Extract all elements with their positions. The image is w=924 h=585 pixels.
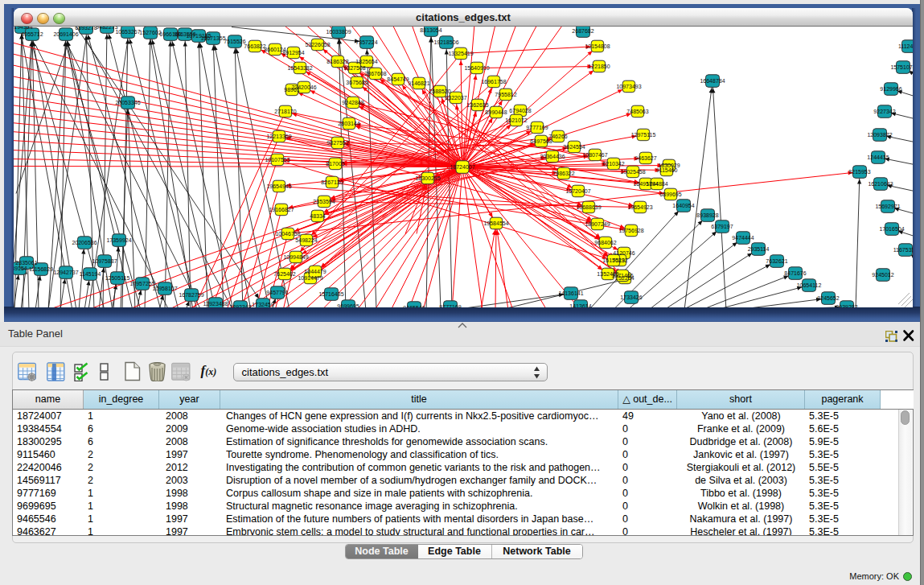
svg-text:9777169: 9777169 (526, 124, 548, 130)
svg-text:39154: 39154 (14, 265, 27, 270)
svg-text:6497568: 6497568 (530, 138, 552, 143)
svg-text:10154808: 10154808 (585, 43, 610, 48)
svg-text:3675685: 3675685 (346, 79, 368, 84)
svg-text:16033809: 16033809 (326, 28, 351, 34)
svg-text:8912954: 8912954 (282, 49, 304, 55)
svg-text:20053346: 20053346 (115, 99, 140, 105)
svg-text:16782759: 16782759 (179, 291, 203, 297)
svg-text:11156829: 11156829 (29, 266, 53, 271)
svg-text:6899695: 6899695 (659, 191, 681, 196)
svg-text:12942737: 12942737 (53, 269, 78, 274)
svg-text:18724007: 18724007 (450, 163, 474, 169)
svg-text:2803144: 2803144 (338, 120, 359, 126)
svg-text:10107553: 10107553 (265, 156, 290, 162)
svg-text:12923488: 12923488 (203, 300, 228, 306)
svg-text:2335061: 2335061 (15, 259, 37, 265)
svg-text:1145194: 1145194 (80, 270, 101, 276)
svg-text:1413614: 1413614 (569, 303, 591, 307)
svg-text:1352485: 1352485 (597, 270, 618, 276)
svg-text:2935114: 2935114 (748, 245, 770, 251)
svg-text:817005: 817005 (326, 160, 344, 166)
svg-text:15751074: 15751074 (890, 64, 913, 69)
svg-text:7357224: 7357224 (355, 39, 377, 44)
svg-text:6893278: 6893278 (75, 27, 97, 31)
svg-text:19166827: 19166827 (269, 206, 294, 212)
svg-text:16961758: 16961758 (481, 78, 506, 84)
svg-text:19584554: 19584554 (483, 220, 508, 225)
svg-text:2588520: 2588520 (429, 88, 450, 93)
svg-text:1292348: 1292348 (229, 303, 251, 307)
svg-text:8471676: 8471676 (784, 270, 806, 275)
svg-text:10973493: 10973493 (616, 83, 641, 89)
svg-text:4194304: 4194304 (14, 27, 33, 30)
svg-text:8813054: 8813054 (420, 27, 441, 32)
svg-text:10958107: 10958107 (152, 285, 177, 290)
svg-text:9146821: 9146821 (408, 80, 429, 85)
svg-text:1244415: 1244415 (867, 154, 889, 159)
svg-text:8454749: 8454749 (387, 76, 409, 81)
svg-text:7986322: 7986322 (552, 170, 574, 175)
svg-text:12093872: 12093872 (867, 131, 892, 137)
svg-text:9245652: 9245652 (817, 295, 839, 300)
svg-text:20206536: 20206536 (72, 239, 97, 245)
svg-text:14136141: 14136141 (558, 290, 583, 295)
svg-text:1844884: 1844884 (646, 180, 667, 186)
svg-text:10994849: 10994849 (283, 253, 308, 259)
svg-text:9827552: 9827552 (326, 139, 348, 145)
svg-text:9115460: 9115460 (656, 167, 678, 172)
svg-text:17957255: 17957255 (129, 280, 154, 286)
svg-text:1527602: 1527602 (139, 29, 161, 35)
svg-text:8938928: 8938928 (696, 212, 718, 217)
svg-text:48334: 48334 (310, 212, 326, 218)
svg-text:7485063: 7485063 (626, 108, 648, 113)
svg-text:7663822: 7663822 (244, 43, 265, 48)
svg-text:4055712: 4055712 (21, 31, 43, 36)
svg-text:1621072: 1621072 (505, 117, 527, 122)
svg-text:8939282: 8939282 (836, 303, 857, 307)
svg-text:7632621: 7632621 (766, 257, 787, 263)
svg-text:15640910: 15640910 (464, 64, 489, 70)
svg-text:10807467: 10807467 (582, 151, 607, 157)
svg-text:1362635: 1362635 (466, 101, 488, 107)
svg-text:8186328: 8186328 (326, 58, 348, 64)
svg-text:2353594: 2353594 (313, 198, 335, 204)
svg-text:9129966: 9129966 (880, 85, 901, 91)
svg-text:8990448: 8990448 (485, 109, 507, 114)
svg-text:16671355: 16671355 (200, 35, 225, 40)
svg-text:1112445: 1112445 (898, 43, 913, 48)
svg-text:6379197: 6379197 (711, 223, 733, 229)
svg-text:15692971: 15692971 (875, 203, 900, 208)
svg-text:8267130: 8267130 (321, 179, 343, 184)
svg-text:3624554: 3624554 (563, 143, 585, 149)
svg-text:9463627: 9463627 (634, 154, 656, 160)
svg-text:2718170: 2718170 (274, 108, 296, 113)
svg-text:9242848: 9242848 (342, 99, 363, 105)
svg-text:1733426: 1733426 (620, 294, 642, 299)
svg-text:10653267: 10653267 (115, 28, 140, 34)
svg-text:9245012: 9245012 (872, 271, 893, 277)
svg-text:17016504: 17016504 (879, 225, 904, 231)
svg-text:15716485: 15716485 (318, 290, 343, 296)
svg-text:16648784: 16648784 (700, 77, 725, 83)
svg-text:6322037: 6322037 (445, 94, 466, 100)
svg-text:10914479: 10914479 (298, 274, 322, 280)
svg-text:8215953: 8215953 (848, 168, 870, 174)
svg-text:10025458: 10025458 (620, 168, 645, 174)
svg-text:2867608: 2867608 (364, 70, 386, 76)
svg-text:19218506: 19218506 (433, 39, 458, 44)
svg-text:53226058: 53226058 (305, 41, 330, 47)
svg-text:17359924: 17359924 (106, 237, 131, 242)
svg-text:19654923: 19654923 (627, 204, 652, 209)
svg-text:12975115: 12975115 (631, 131, 656, 137)
svg-text:1221850: 1221850 (588, 63, 610, 68)
svg-text:16543382: 16543382 (287, 64, 312, 70)
svg-text:18907249: 18907249 (585, 220, 610, 226)
svg-text:15720407: 15720407 (565, 187, 590, 193)
svg-text:9327508: 9327508 (343, 64, 365, 70)
svg-text:9684062: 9684062 (594, 239, 616, 245)
svg-text:1615023: 1615023 (602, 257, 624, 262)
svg-text:9465546: 9465546 (403, 304, 425, 307)
svg-text:1640954: 1640954 (672, 202, 694, 208)
svg-text:12505115: 12505115 (105, 274, 130, 280)
svg-text:6210342: 6210342 (602, 160, 624, 166)
